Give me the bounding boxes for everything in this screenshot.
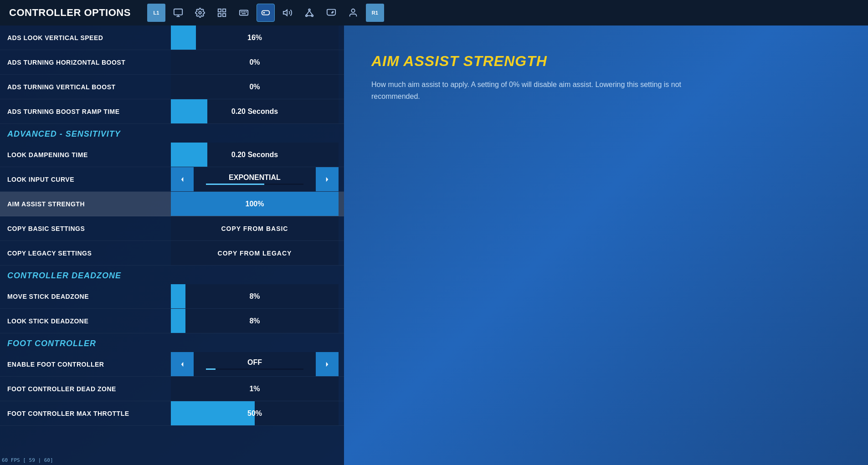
svg-marker-24 — [181, 177, 184, 182]
row-copy-basic-settings[interactable]: COPY BASIC SETTINGS COPY FROM BASIC — [0, 216, 344, 241]
main-layout: ADS LOOK VERTICAL SPEED 16% ADS TURNING … — [0, 26, 868, 465]
label-ads-look-vertical-speed: ADS LOOK VERTICAL SPEED — [0, 34, 171, 41]
row-ads-turning-boost-ramp-time[interactable]: ADS TURNING BOOST RAMP TIME 0.20 Seconds — [0, 99, 344, 124]
info-title: AIM ASSIST STRENGTH — [371, 53, 841, 70]
section-advanced-sensitivity: ADVANCED - SENSITIVITY — [0, 124, 344, 143]
foot-controller-left-btn[interactable] — [171, 352, 194, 376]
control-look-dampening-time[interactable]: 0.20 Seconds — [171, 143, 339, 167]
control-look-input-curve[interactable]: EXPONENTIAL — [171, 167, 339, 191]
control-move-stick-deadzone[interactable]: 8% — [171, 284, 339, 308]
network-icon[interactable] — [300, 4, 318, 22]
l1-badge[interactable]: L1 — [147, 4, 165, 22]
row-look-input-curve[interactable]: LOOK INPUT CURVE EXPONENTIAL — [0, 167, 344, 192]
row-aim-assist-strength[interactable]: AIM ASSIST STRENGTH 100% — [0, 192, 344, 216]
row-copy-legacy-settings[interactable]: COPY LEGACY SETTINGS COPY FROM LEGACY — [0, 241, 344, 266]
header: Controller Options L1 R1 — [0, 0, 868, 26]
fps-counter: 60 FPS [ 59 | 60] — [2, 457, 53, 463]
control-ads-look-vertical-speed[interactable]: 16% — [171, 26, 339, 50]
svg-marker-25 — [326, 177, 329, 182]
svg-marker-26 — [181, 362, 184, 367]
control-enable-foot-controller[interactable]: OFF — [171, 352, 339, 376]
page-title: Controller Options — [9, 7, 131, 19]
left-panel: ADS LOOK VERTICAL SPEED 16% ADS TURNING … — [0, 26, 344, 465]
section-foot-controller: FOOT CONTROLLER — [0, 333, 344, 352]
row-enable-foot-controller[interactable]: ENABLE FOOT CONTROLLER OFF — [0, 352, 344, 377]
control-copy-legacy-settings[interactable]: COPY FROM LEGACY — [171, 241, 339, 265]
gear-icon[interactable] — [191, 4, 209, 22]
row-foot-controller-dead-zone[interactable]: FOOT CONTROLLER DEAD ZONE 1% — [0, 377, 344, 401]
look-input-curve-value: EXPONENTIAL — [229, 174, 281, 182]
control-foot-controller-dead-zone[interactable]: 1% — [171, 377, 339, 401]
value-look-stick-deadzone: 8% — [249, 317, 260, 325]
layout-icon[interactable] — [213, 4, 231, 22]
value-ads-turning-horizontal-boost: 0% — [249, 58, 260, 66]
svg-rect-7 — [223, 14, 226, 16]
svg-line-19 — [309, 10, 312, 15]
label-ads-turning-boost-ramp-time: ADS TURNING BOOST RAMP TIME — [0, 108, 171, 115]
row-foot-controller-max-throttle[interactable]: FOOT CONTROLLER MAX THROTTLE 50% — [0, 401, 344, 426]
foot-controller-center: OFF — [194, 352, 316, 376]
row-ads-turning-horizontal-boost[interactable]: ADS TURNING HORIZONTAL BOOST 0% — [0, 50, 344, 75]
row-look-stick-deadzone[interactable]: LOOK STICK DEADZONE 8% — [0, 309, 344, 333]
svg-marker-27 — [326, 362, 329, 367]
foot-controller-value: OFF — [247, 358, 262, 367]
copy-legacy-button[interactable]: COPY FROM LEGACY — [218, 250, 292, 257]
copy-basic-button[interactable]: COPY FROM BASIC — [221, 225, 288, 232]
label-copy-basic-settings: COPY BASIC SETTINGS — [0, 225, 171, 232]
look-input-curve-center: EXPONENTIAL — [194, 167, 316, 191]
value-ads-look-vertical-speed: 16% — [247, 34, 262, 42]
control-ads-turning-boost-ramp-time[interactable]: 0.20 Seconds — [171, 99, 339, 123]
svg-rect-8 — [240, 10, 248, 15]
control-aim-assist-strength[interactable]: 100% — [171, 192, 339, 216]
control-foot-controller-max-throttle[interactable]: 50% — [171, 401, 339, 425]
control-look-stick-deadzone[interactable]: 8% — [171, 309, 339, 333]
look-input-curve-progress — [206, 184, 303, 185]
label-copy-legacy-settings: COPY LEGACY SETTINGS — [0, 250, 171, 257]
svg-rect-5 — [223, 9, 226, 12]
svg-point-22 — [332, 12, 333, 13]
control-copy-basic-settings[interactable]: COPY FROM BASIC — [171, 216, 339, 240]
user-icon[interactable] — [344, 4, 362, 22]
control-ads-turning-horizontal-boost[interactable]: 0% — [171, 50, 339, 74]
r1-badge[interactable]: R1 — [366, 4, 384, 22]
label-look-dampening-time: LOOK DAMPENING TIME — [0, 151, 171, 158]
label-ads-turning-horizontal-boost: ADS TURNING HORIZONTAL BOOST — [0, 59, 171, 66]
right-panel: AIM ASSIST STRENGTH How much aim assist … — [344, 26, 868, 465]
keyboard-icon[interactable] — [235, 4, 253, 22]
monitor-icon[interactable] — [169, 4, 187, 22]
label-foot-controller-dead-zone: FOOT CONTROLLER DEAD ZONE — [0, 385, 171, 393]
label-ads-turning-vertical-boost: ADS TURNING VERTICAL BOOST — [0, 83, 171, 91]
speaker-icon[interactable] — [278, 4, 297, 22]
svg-point-23 — [351, 9, 354, 12]
section-controller-deadzone: CONTROLLER DEADZONE — [0, 266, 344, 284]
label-look-stick-deadzone: LOOK STICK DEADZONE — [0, 317, 171, 325]
value-foot-controller-max-throttle: 50% — [247, 409, 262, 418]
value-look-dampening-time: 0.20 Seconds — [231, 151, 278, 159]
header-icons: L1 R1 — [147, 4, 384, 22]
controller-active-icon[interactable] — [257, 4, 275, 22]
info-description: How much aim assist to apply. A setting … — [371, 79, 690, 102]
row-move-stick-deadzone[interactable]: MOVE STICK DEADZONE 8% — [0, 284, 344, 309]
svg-line-18 — [306, 10, 309, 15]
row-ads-look-vertical-speed[interactable]: ADS LOOK VERTICAL SPEED 16% — [0, 26, 344, 50]
value-ads-turning-vertical-boost: 0% — [249, 83, 260, 91]
control-ads-turning-vertical-boost[interactable]: 0% — [171, 75, 339, 99]
label-aim-assist-strength: AIM ASSIST STRENGTH — [0, 200, 171, 208]
svg-rect-0 — [174, 9, 182, 15]
svg-marker-14 — [283, 10, 287, 16]
look-input-curve-right-btn[interactable] — [316, 167, 339, 191]
row-ads-turning-vertical-boost[interactable]: ADS TURNING VERTICAL BOOST 0% — [0, 75, 344, 99]
foot-controller-right-btn[interactable] — [316, 352, 339, 376]
svg-point-15 — [308, 9, 310, 11]
value-foot-controller-dead-zone: 1% — [249, 385, 260, 393]
look-input-curve-left-btn[interactable] — [171, 167, 194, 191]
label-foot-controller-max-throttle: FOOT CONTROLLER MAX THROTTLE — [0, 410, 171, 417]
row-look-dampening-time[interactable]: LOOK DAMPENING TIME 0.20 Seconds — [0, 143, 344, 167]
label-look-input-curve: LOOK INPUT CURVE — [0, 176, 171, 183]
label-move-stick-deadzone: MOVE STICK DEADZONE — [0, 293, 171, 300]
svg-rect-4 — [218, 9, 221, 12]
value-ads-turning-boost-ramp-time: 0.20 Seconds — [231, 107, 278, 116]
gamepad-icon[interactable] — [322, 4, 340, 22]
value-aim-assist-strength: 100% — [246, 200, 264, 208]
svg-rect-6 — [218, 14, 221, 16]
